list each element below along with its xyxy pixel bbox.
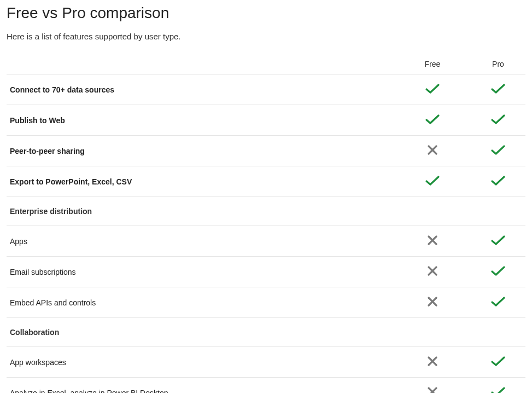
table-row: Export to PowerPoint, Excel, CSV	[7, 166, 525, 197]
cross-icon	[427, 296, 438, 307]
feature-label: Peer-to-peer sharing	[7, 136, 394, 166]
cross-icon	[427, 235, 438, 246]
free-cell	[394, 226, 471, 257]
page-title: Free vs Pro comparison	[7, 4, 525, 22]
check-icon	[425, 175, 440, 186]
pro-cell	[471, 136, 525, 166]
pro-cell	[471, 287, 525, 318]
pro-cell	[471, 226, 525, 257]
feature-label: Email subscriptions	[7, 257, 394, 287]
feature-label: Publish to Web	[7, 105, 394, 136]
free-cell	[394, 136, 471, 166]
free-cell	[394, 105, 471, 136]
check-icon	[490, 114, 506, 125]
feature-label: Analyze in Excel, analyze in Power BI De…	[7, 378, 394, 394]
pro-cell	[471, 347, 525, 378]
feature-label: Embed APIs and controls	[7, 287, 394, 318]
section-header: Enterprise distribution	[7, 197, 525, 226]
pro-cell	[471, 378, 525, 394]
free-cell	[394, 74, 471, 105]
check-icon	[425, 114, 440, 125]
pro-cell	[471, 257, 525, 287]
table-row: Embed APIs and controls	[7, 287, 525, 318]
free-cell	[394, 257, 471, 287]
table-row: Apps	[7, 226, 525, 257]
check-icon	[490, 235, 506, 246]
check-icon	[490, 265, 506, 276]
pro-cell	[471, 105, 525, 136]
pro-cell	[471, 166, 525, 197]
column-header-pro: Pro	[471, 54, 525, 74]
comparison-table: Free Pro Connect to 70+ data sourcesPubl…	[7, 54, 525, 393]
pro-cell	[471, 74, 525, 105]
feature-label: App workspaces	[7, 347, 394, 378]
cross-icon	[427, 265, 438, 276]
table-row: App workspaces	[7, 347, 525, 378]
free-cell	[394, 347, 471, 378]
cross-icon	[427, 356, 438, 367]
check-icon	[490, 386, 506, 393]
check-icon	[490, 175, 506, 186]
free-cell	[394, 378, 471, 394]
check-icon	[490, 296, 506, 307]
check-icon	[490, 356, 506, 367]
check-icon	[425, 83, 440, 94]
table-row: Peer-to-peer sharing	[7, 136, 525, 166]
column-header-free: Free	[394, 54, 471, 74]
table-row: Email subscriptions	[7, 257, 525, 287]
cross-icon	[427, 145, 438, 155]
table-row: Analyze in Excel, analyze in Power BI De…	[7, 378, 525, 394]
feature-label: Export to PowerPoint, Excel, CSV	[7, 166, 394, 197]
table-row: Publish to Web	[7, 105, 525, 136]
section-label: Enterprise distribution	[7, 197, 525, 226]
feature-label: Apps	[7, 226, 394, 257]
feature-label: Connect to 70+ data sources	[7, 74, 394, 105]
cross-icon	[427, 386, 438, 393]
check-icon	[490, 145, 506, 155]
free-cell	[394, 287, 471, 318]
section-label: Collaboration	[7, 318, 525, 347]
check-icon	[490, 83, 506, 94]
column-header-feature	[7, 54, 394, 74]
table-row: Connect to 70+ data sources	[7, 74, 525, 105]
page-subtitle: Here is a list of features supported by …	[7, 32, 525, 41]
free-cell	[394, 166, 471, 197]
section-header: Collaboration	[7, 318, 525, 347]
